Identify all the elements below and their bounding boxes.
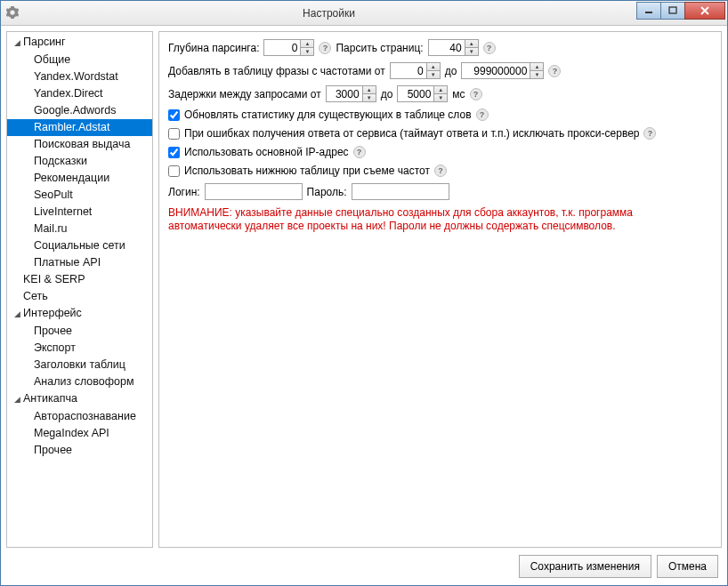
addfreq-from-input[interactable] [390, 62, 427, 79]
login-input[interactable] [205, 183, 303, 200]
addfreq-to-input[interactable] [461, 62, 530, 79]
svg-rect-0 [645, 12, 652, 13]
spin-up-icon[interactable]: ▲ [434, 86, 447, 94]
tree-group[interactable]: Сеть [7, 288, 152, 305]
spin-down-icon[interactable]: ▼ [465, 48, 478, 55]
spin-down-icon[interactable]: ▼ [530, 71, 543, 78]
tree-item[interactable]: Rambler.Adstat [7, 119, 152, 136]
sidebar-tree[interactable]: ◢ПарсингОбщиеYandex.WordstatYandex.Direc… [6, 31, 153, 548]
spin-up-icon[interactable]: ▲ [465, 40, 478, 48]
titlebar: Настройки [1, 1, 727, 26]
pages-spinner[interactable]: ▲▼ [428, 39, 479, 56]
tree-item[interactable]: Прочее [7, 442, 152, 459]
help-icon[interactable]: ? [434, 165, 447, 177]
tree-item[interactable]: Рекомендации [7, 170, 152, 187]
tree-item[interactable]: Общие [7, 52, 152, 68]
depth-spinner[interactable]: ▲▼ [263, 39, 314, 56]
spin-up-icon[interactable]: ▲ [427, 63, 440, 71]
cb-exclude-proxy[interactable]: При ошибках получения ответа от сервиса … [168, 127, 639, 140]
tree-item[interactable]: Экспорт [7, 340, 152, 357]
settings-window: Настройки ◢ПарсингОбщиеYandex.WordstatYa… [0, 0, 728, 586]
tree-item[interactable]: Автораспознавание [7, 408, 152, 425]
caret-down-icon: ◢ [12, 392, 21, 407]
help-icon[interactable]: ? [476, 108, 489, 121]
tree-group-label: Сеть [23, 290, 48, 302]
tree-item[interactable]: MegaIndex API [7, 425, 152, 442]
help-icon[interactable]: ? [353, 146, 366, 158]
tree-item[interactable]: Платные API [7, 254, 152, 271]
tree-group-label: Интерфейс [23, 307, 82, 319]
tree-item[interactable]: Google.Adwords [7, 102, 152, 119]
gear-icon [6, 6, 20, 20]
help-icon[interactable]: ? [470, 88, 482, 100]
spin-up-icon[interactable]: ▲ [363, 86, 376, 94]
spin-down-icon[interactable]: ▼ [363, 94, 376, 101]
footer: Сохранить изменения Отмена [1, 548, 727, 585]
login-label: Логин: [168, 186, 200, 198]
to-label: до [445, 65, 457, 77]
caret-down-icon: ◢ [12, 36, 21, 51]
tree-item[interactable]: Yandex.Direct [7, 85, 152, 102]
delay-from-spinner[interactable]: ▲▼ [326, 85, 376, 102]
tree-item[interactable]: LiveInternet [7, 204, 152, 221]
addfreq-to-spinner[interactable]: ▲▼ [461, 62, 544, 79]
spin-up-icon[interactable]: ▲ [301, 40, 313, 48]
cancel-button[interactable]: Отмена [657, 555, 718, 578]
tree-item[interactable]: SeoPult [7, 187, 152, 204]
tree-group-label: Парсинг [23, 36, 66, 48]
delay-label: Задержки между запросами от [168, 88, 321, 100]
tree-item[interactable]: Поисковая выдача [7, 136, 152, 153]
cb-update-stats[interactable]: Обновлять статистику для существующих в … [168, 108, 472, 121]
save-button[interactable]: Сохранить изменения [519, 555, 651, 578]
help-icon[interactable]: ? [548, 65, 561, 77]
cb-use-bottom-table[interactable]: Использовать нижнюю таблицу при съеме ча… [168, 165, 430, 177]
cb-use-bottom-table-input[interactable] [168, 165, 180, 177]
row-cb-bottom: Использовать нижнюю таблицу при съеме ча… [168, 165, 712, 177]
addfreq-label: Добавлять в таблицу фразы с частотами от [168, 65, 385, 77]
spin-down-icon[interactable]: ▼ [434, 94, 447, 101]
row-cb-update: Обновлять статистику для существующих в … [168, 108, 712, 121]
help-icon[interactable]: ? [643, 127, 656, 140]
pages-input[interactable] [428, 39, 465, 56]
tree-item[interactable]: Прочее [7, 323, 152, 340]
body: ◢ПарсингОбщиеYandex.WordstatYandex.Direc… [1, 26, 727, 548]
close-button[interactable] [684, 2, 725, 20]
tree-group[interactable]: ◢Парсинг [7, 34, 152, 52]
tree-item[interactable]: Mail.ru [7, 221, 152, 237]
spin-up-icon[interactable]: ▲ [530, 63, 543, 71]
ms-label: мс [452, 88, 465, 100]
row-depth: Глубина парсинга: ▲▼ ? Парсить страниц: … [168, 39, 712, 56]
maximize-button[interactable] [660, 2, 685, 20]
cb-use-main-ip[interactable]: Использовать основной IP-адрес [168, 146, 349, 158]
delay-from-input[interactable] [326, 85, 363, 102]
row-cb-ip: Использовать основной IP-адрес ? [168, 146, 712, 158]
minimize-button[interactable] [636, 2, 661, 20]
cb-use-main-ip-label: Использовать основной IP-адрес [184, 146, 349, 158]
tree-group[interactable]: KEI & SERP [7, 271, 152, 288]
help-icon[interactable]: ? [483, 42, 496, 54]
cb-update-stats-input[interactable] [168, 109, 180, 121]
depth-input[interactable] [263, 39, 301, 56]
cb-exclude-proxy-input[interactable] [168, 128, 180, 140]
delay-to-input[interactable] [397, 85, 434, 102]
pages-label: Парсить страниц: [336, 42, 423, 54]
help-icon[interactable]: ? [319, 42, 331, 54]
tree-item[interactable]: Анализ словоформ [7, 373, 152, 390]
window-title: Настройки [20, 7, 637, 20]
tree-item[interactable]: Заголовки таблиц [7, 357, 152, 373]
cb-use-main-ip-input[interactable] [168, 147, 180, 158]
tree-item[interactable]: Yandex.Wordstat [7, 68, 152, 85]
row-cb-proxy: При ошибках получения ответа от сервиса … [168, 127, 712, 140]
spin-down-icon[interactable]: ▼ [301, 48, 313, 55]
tree-item[interactable]: Подсказки [7, 153, 152, 170]
row-credentials: Логин: Пароль: [168, 183, 712, 200]
spin-down-icon[interactable]: ▼ [427, 71, 440, 78]
tree-group[interactable]: ◢Интерфейс [7, 305, 152, 323]
tree-item[interactable]: Социальные сети [7, 237, 152, 254]
cb-use-bottom-table-label: Использовать нижнюю таблицу при съеме ча… [184, 165, 430, 177]
content-panel: Глубина парсинга: ▲▼ ? Парсить страниц: … [158, 31, 722, 548]
password-input[interactable] [352, 183, 449, 200]
tree-group[interactable]: ◢Антикапча [7, 390, 152, 408]
addfreq-from-spinner[interactable]: ▲▼ [390, 62, 441, 79]
delay-to-spinner[interactable]: ▲▼ [397, 85, 448, 102]
